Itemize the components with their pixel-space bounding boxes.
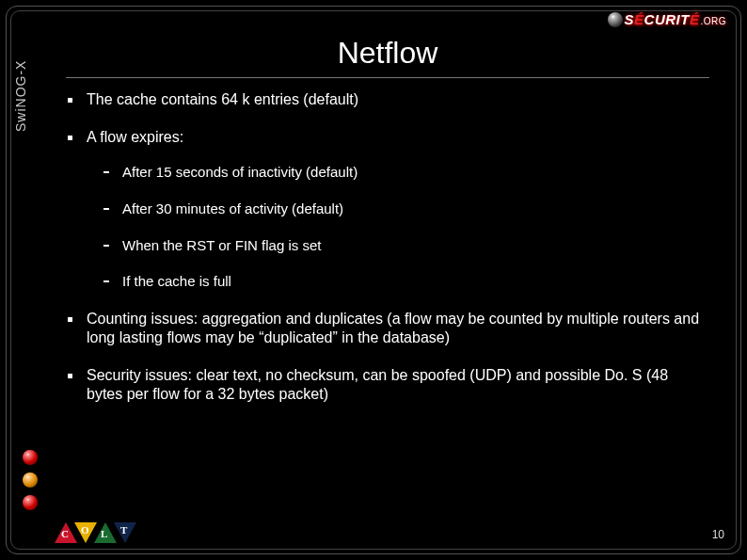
swiss-ball-icon <box>23 472 38 488</box>
title-underline <box>66 77 709 78</box>
sub-bullet-item: After 30 minutes of activity (default) <box>87 200 707 218</box>
bullet-text: Counting issues: aggregation and duplica… <box>87 311 699 345</box>
sub-bullet-text: If the cache is full <box>122 273 231 289</box>
globe-icon <box>608 12 623 27</box>
bullet-text: The cache contains 64 k entries (default… <box>87 91 358 107</box>
bullet-item: A flow expires: After 15 seconds of inac… <box>62 128 707 291</box>
swiss-ball-icon <box>23 495 38 510</box>
sub-bullet-item: After 15 seconds of inactivity (default) <box>87 164 707 182</box>
logo-text: SÉCURITÉ.ORG <box>625 11 726 27</box>
bullet-item: Security issues: clear text, no checksum… <box>62 366 707 404</box>
bullet-text: Security issues: clear text, no checksum… <box>87 367 668 402</box>
sub-bullet-item: If the cache is full <box>87 273 707 291</box>
swiss-ball-icon <box>23 450 38 465</box>
side-balls <box>23 450 38 510</box>
bullet-item: The cache contains 64 k entries (default… <box>62 90 707 109</box>
colt-triangle: T <box>114 522 136 543</box>
sub-bullet-text: After 30 minutes of activity (default) <box>122 200 343 216</box>
slide-title: Netflow <box>66 36 709 71</box>
sub-bullet-item: When the RST or FIN flag is set <box>87 237 707 255</box>
side-label: SwiNOG-X <box>13 60 28 132</box>
slide-content: The cache contains 64 k entries (default… <box>62 90 707 423</box>
securite-logo: SÉCURITÉ.ORG <box>608 11 726 27</box>
sub-bullet-text: After 15 seconds of inactivity (default) <box>122 164 358 180</box>
page-number: 10 <box>712 528 724 541</box>
bullet-item: Counting issues: aggregation and duplica… <box>62 310 707 347</box>
bullet-text: A flow expires: <box>87 129 183 145</box>
colt-logo: C O L T <box>55 522 134 543</box>
sub-bullet-text: When the RST or FIN flag is set <box>122 237 321 253</box>
